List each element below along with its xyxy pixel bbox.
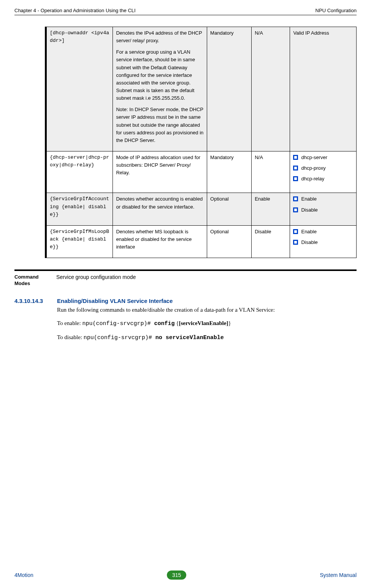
value-item: Disable: [293, 239, 353, 246]
table-row: [dhcp-ownaddr <ipv4addr>] Denotes the IP…: [47, 27, 357, 151]
value-item: Enable: [293, 228, 353, 236]
value-item: Disable: [293, 206, 353, 214]
presence-cell: Mandatory: [207, 27, 252, 151]
value-label: dhcp-server: [301, 154, 327, 161]
enable-command-line: To enable: npu(config-srvcgrp)# config {…: [57, 319, 357, 328]
header-right: NPU Configuration: [316, 8, 357, 13]
section-title: Enabling/Disabling VLAN Service Interfac…: [57, 298, 173, 304]
parameter-table: [dhcp-ownaddr <ipv4addr>] Denotes the IP…: [45, 27, 357, 258]
default-cell: N/A: [252, 27, 290, 151]
presence-cell: Optional: [207, 193, 252, 225]
bullet-icon: [293, 166, 298, 171]
disable-command-line: To disable: npu(config-srvcgrp)# no serv…: [57, 333, 357, 342]
param-cell: {ServiceGrpIfMsLoopBack {enable| disable…: [47, 225, 113, 258]
value-item: Enable: [293, 195, 353, 203]
value-item: dhcp-relay: [293, 175, 353, 183]
table-row: {dhcp-server|dhcp-proxy|dhcp-relay} Mode…: [47, 151, 357, 193]
values-cell: Enable Disable: [290, 193, 357, 225]
page-header: Chapter 4 - Operation and Administration…: [14, 8, 357, 15]
page-footer: 4Motion 315 System Manual: [14, 570, 357, 580]
enable-arg-close: }: [228, 320, 231, 326]
bullet-icon: [293, 229, 298, 234]
value-label: Enable: [301, 228, 316, 236]
desc-cell: Denotes whether accounting is enabled or…: [113, 193, 207, 225]
presence-cell: Mandatory: [207, 151, 252, 193]
desc-cell: Denotes whether MS loopback is enabled o…: [113, 225, 207, 258]
page-number-badge: 315: [167, 570, 186, 580]
disable-prompt: npu(config-srvcgrp)#: [84, 335, 155, 341]
param-cell: {ServiceGrpIfAccounting {enable| disable…: [47, 193, 113, 225]
enable-arg: [serviceVlanEnable]: [179, 320, 228, 326]
desc-cell: Mode of IP address allocation used for s…: [113, 151, 207, 193]
header-left: Chapter 4 - Operation and Administration…: [14, 8, 136, 13]
modes-label-line1: Command: [14, 274, 39, 280]
section-body: Run the following commands to enable/dis…: [57, 306, 357, 342]
modes-label-line2: Modes: [14, 280, 30, 286]
values-cell: Valid IP Address: [290, 27, 357, 151]
desc-cell: Denotes the IPv4 address of the DHCP ser…: [113, 27, 207, 151]
default-cell: Enable: [252, 193, 290, 225]
enable-prompt: npu(config-srvcgrp)#: [82, 320, 154, 327]
value-item: dhcp-proxy: [293, 164, 353, 172]
value-label: Disable: [301, 239, 317, 246]
value-label: dhcp-proxy: [301, 164, 325, 172]
footer-right: System Manual: [320, 572, 357, 578]
value-label: Disable: [301, 206, 317, 214]
bullet-icon: [293, 196, 298, 201]
values-cell: Enable Disable: [290, 225, 357, 258]
command-modes-label: Command Modes: [14, 274, 56, 287]
value-item: dhcp-server: [293, 154, 353, 161]
table-row: {ServiceGrpIfMsLoopBack {enable| disable…: [47, 225, 357, 258]
bullet-icon: [293, 176, 298, 181]
param-cell: [dhcp-ownaddr <ipv4addr>]: [47, 27, 113, 151]
presence-cell: Optional: [207, 225, 252, 258]
desc-para: For a service group using a VLAN service…: [116, 48, 204, 102]
intro-text: Run the following commands to enable/dis…: [57, 306, 357, 314]
bullet-icon: [293, 207, 298, 212]
section-heading: 4.3.10.14.3 Enabling/Disabling VLAN Serv…: [14, 298, 357, 304]
enable-prefix: To enable:: [57, 320, 82, 326]
table-row: {ServiceGrpIfAccounting {enable| disable…: [47, 193, 357, 225]
values-cell: dhcp-server dhcp-proxy dhcp-relay: [290, 151, 357, 193]
value-label: Enable: [301, 195, 316, 203]
desc-para: Note: In DHCP Server mode, the DHCP serv…: [116, 106, 204, 144]
disable-prefix: To disable:: [57, 334, 84, 340]
bullet-icon: [293, 240, 298, 245]
value-label: dhcp-relay: [301, 175, 324, 183]
bullet-icon: [293, 155, 298, 160]
footer-left: 4Motion: [14, 572, 33, 578]
disable-cmd: no serviceVlanEnable: [155, 335, 224, 341]
command-modes-text: Service group configuration mode: [56, 274, 136, 287]
default-cell: Disable: [252, 225, 290, 258]
enable-cmd: config: [154, 320, 174, 327]
desc-para: Denotes the IPv4 address of the DHCP ser…: [116, 29, 204, 45]
enable-arg-open: {: [174, 320, 179, 326]
command-modes-row: Command Modes Service group configuratio…: [14, 269, 357, 287]
default-cell: N/A: [252, 151, 290, 193]
section-number: 4.3.10.14.3: [14, 298, 57, 304]
param-cell: {dhcp-server|dhcp-proxy|dhcp-relay}: [47, 151, 113, 193]
